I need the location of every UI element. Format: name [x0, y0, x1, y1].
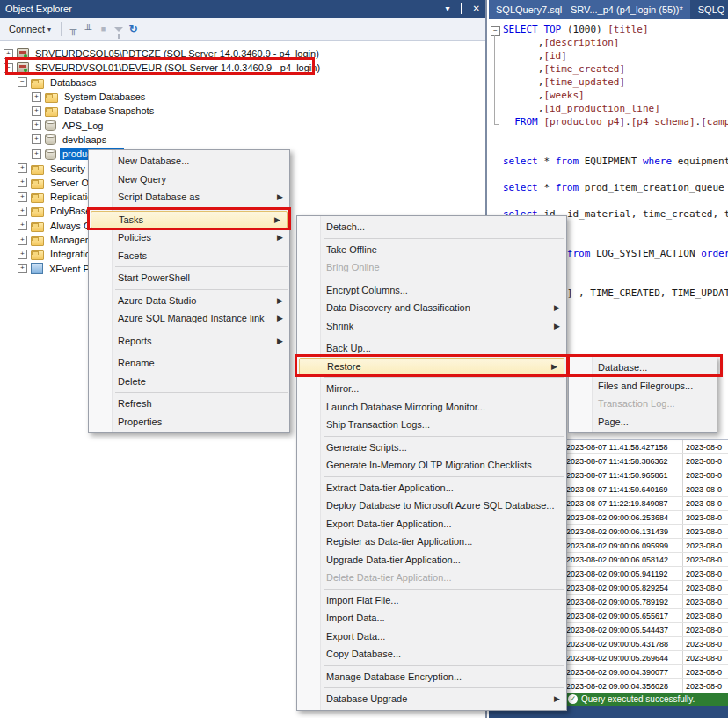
menu-item[interactable]: Restore ▶: [299, 358, 564, 376]
menu-item[interactable]: Import Data... ▶: [297, 609, 566, 627]
disconnect-icon[interactable]: ╨: [81, 22, 96, 37]
expander-icon[interactable]: +: [18, 207, 27, 216]
menu-item[interactable]: Take Offline ▶: [297, 241, 566, 259]
document-tab-bar: SQLQuery7.sql - SRV..._p4 (p4_login (55)…: [489, 0, 728, 19]
expander-icon[interactable]: +: [18, 178, 27, 187]
stop-icon[interactable]: ■: [96, 22, 111, 37]
expander-icon[interactable]: −: [18, 77, 27, 87]
menu-item[interactable]: Reports ▶: [89, 332, 289, 351]
menu-item[interactable]: Export Data-tier Application... ▶: [297, 515, 566, 533]
tree-item[interactable]: + Database Snapshots: [0, 104, 485, 118]
database-context-menu: New Database... ▶ New Query ▶ Script Dat…: [88, 149, 290, 433]
menu-item[interactable]: Refresh ▶: [89, 395, 289, 413]
menu-item[interactable]: Azure SQL Managed Instance link ▶: [89, 309, 289, 328]
tree-node-icon: [17, 62, 29, 74]
menu-item-label: Transaction Log...: [598, 398, 675, 409]
menu-item[interactable]: Ship Transaction Logs... ▶: [297, 416, 566, 434]
menu-item[interactable]: Detach... ▶: [297, 218, 566, 236]
expander-icon[interactable]: +: [18, 250, 27, 259]
menu-item[interactable]: Extract Data-tier Application... ▶: [297, 479, 566, 497]
menu-item[interactable]: Rename ▶: [89, 354, 289, 373]
menu-item[interactable]: Encrypt Columns... ▶: [297, 281, 566, 300]
menu-item[interactable]: Mirror... ▶: [297, 380, 566, 398]
expander-icon[interactable]: +: [4, 49, 13, 59]
menu-item[interactable]: Copy Database... ▶: [297, 645, 566, 664]
expander-icon[interactable]: +: [18, 192, 27, 202]
menu-separator: [324, 687, 564, 688]
expander-icon[interactable]: +: [18, 221, 27, 230]
menu-item[interactable]: Generate Scripts... ▶: [297, 439, 566, 457]
expander-icon[interactable]: +: [18, 163, 27, 173]
document-tab[interactable]: SQLQ: [691, 0, 728, 19]
tree-item-label: Databases: [47, 76, 99, 89]
code-line: [503, 141, 728, 155]
menu-item[interactable]: Database... ▶: [569, 359, 717, 377]
menu-item[interactable]: Properties ▶: [89, 413, 289, 432]
refresh-icon[interactable]: ↻: [126, 22, 141, 37]
connect-object-icon[interactable]: ╥: [66, 22, 81, 37]
menu-item[interactable]: Generate In-Memory OLTP Migration Checkl…: [297, 456, 566, 475]
menu-item-label: Detach...: [326, 221, 365, 232]
menu-item[interactable]: Delete ▶: [89, 373, 289, 391]
expander-icon[interactable]: +: [32, 134, 41, 144]
expander-icon[interactable]: +: [18, 264, 27, 273]
menu-item-label: New Query: [118, 174, 166, 185]
menu-item[interactable]: Azure Data Studio ▶: [89, 292, 289, 310]
tree-node-icon: [31, 207, 44, 217]
tree-item-label: PolyBase: [47, 205, 93, 217]
expander-icon[interactable]: +: [32, 92, 41, 102]
menu-item[interactable]: Shrink ▶: [297, 317, 566, 336]
connect-button[interactable]: Connect ▾: [4, 21, 56, 37]
expander-icon[interactable]: +: [32, 120, 41, 130]
menu-item[interactable]: New Query ▶: [89, 170, 289, 189]
window-position-icon[interactable]: ▾: [446, 4, 450, 13]
menu-item[interactable]: Page... ▶: [569, 413, 717, 432]
menu-item[interactable]: Deploy Database to Microsoft Azure SQL D…: [297, 497, 566, 515]
menu-item[interactable]: Register as Data-tier Application... ▶: [297, 533, 566, 551]
menu-item[interactable]: Back Up... ▶: [297, 339, 566, 358]
tree-item[interactable]: + SRVEURDCSQL05\PDTCZE (SQL Server 14.0.…: [0, 47, 485, 61]
menu-item[interactable]: Script Database as ▶: [89, 188, 289, 207]
tree-item[interactable]: + APS_Log: [0, 118, 485, 132]
pin-icon[interactable]: [461, 4, 462, 13]
menu-item[interactable]: Manage Database Encryption... ▶: [297, 668, 566, 686]
menu-item[interactable]: Database Upgrade ▶: [297, 690, 566, 708]
document-tab[interactable]: SQLQuery7.sql - SRV..._p4 (p4_login (55)…: [489, 0, 690, 19]
expander-icon[interactable]: −: [4, 63, 13, 73]
menu-item[interactable]: Import Flat File... ▶: [297, 591, 566, 610]
menu-item[interactable]: New Database... ▶: [89, 152, 289, 170]
menu-item[interactable]: Data Discovery and Classification ▶: [297, 299, 566, 317]
menu-item[interactable]: Policies ▶: [89, 228, 289, 247]
expander-icon[interactable]: +: [32, 106, 41, 116]
tree-node-icon: [17, 48, 29, 60]
menu-item[interactable]: Tasks ▶: [91, 211, 288, 229]
menu-item[interactable]: Upgrade Data-tier Application... ▶: [297, 551, 566, 569]
connect-label: Connect: [9, 24, 45, 34]
submenu-arrow-icon: ▶: [277, 296, 283, 305]
menu-separator: [115, 330, 288, 330]
menu-item[interactable]: Start PowerShell ▶: [89, 269, 289, 287]
menu-item[interactable]: Delete Data-tier Application... ▶: [297, 569, 566, 587]
menu-item[interactable]: Launch Database Mirroring Monitor... ▶: [297, 398, 566, 417]
expander-icon[interactable]: +: [18, 236, 27, 245]
menu-item[interactable]: Files and Filegroups... ▶: [569, 377, 717, 395]
cell-time-updated: 2023-08-0: [683, 440, 728, 453]
close-icon[interactable]: ✕: [473, 4, 480, 13]
menu-item[interactable]: Facets ▶: [89, 247, 289, 265]
tree-item[interactable]: + devblaaps: [0, 133, 485, 147]
tree-item[interactable]: − Databases: [0, 76, 485, 90]
tree-item[interactable]: − SRVEURDVSQL01\DEVEUR (SQL Server 14.0.…: [0, 61, 485, 75]
menu-item[interactable]: Export Data... ▶: [297, 627, 566, 646]
tree-item[interactable]: + System Databases: [0, 90, 485, 104]
cell-time-created: 2023-08-07 11:41:58.427158: [566, 440, 683, 453]
tree-node-icon: [31, 165, 44, 175]
menu-separator: [115, 352, 288, 352]
cell-time-created: 2023-08-02 09:00:05.941192: [566, 567, 683, 580]
cell-time-updated: 2023-08-0: [683, 511, 728, 524]
menu-item[interactable]: Bring Online ▶: [297, 258, 566, 277]
menu-item[interactable]: Transaction Log... ▶: [569, 395, 717, 413]
toolbar-separator: [61, 22, 62, 36]
filter-icon[interactable]: [111, 22, 126, 37]
tab-label: SQLQuery7.sql - SRV..._p4 (p4_login (55)…: [496, 4, 683, 15]
expander-icon[interactable]: +: [32, 149, 41, 159]
